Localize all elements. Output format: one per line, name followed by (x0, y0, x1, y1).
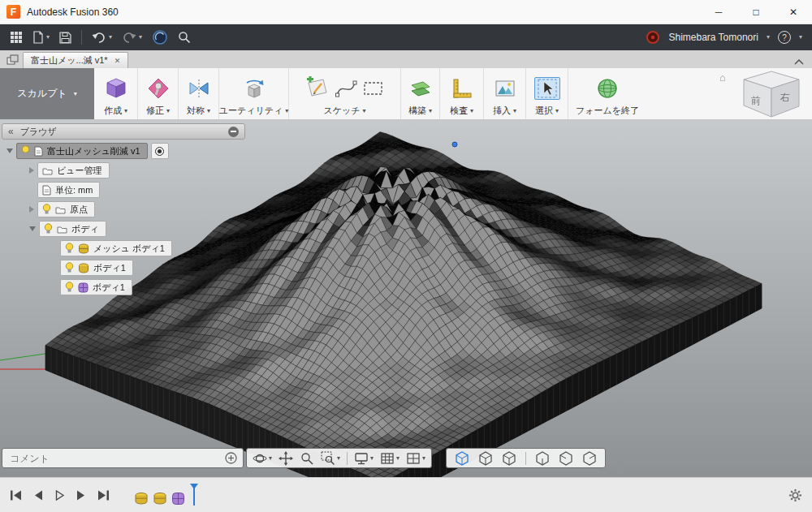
tree-item-bodies[interactable]: ボディ (39, 221, 106, 237)
symmetry-icon[interactable] (187, 76, 211, 101)
tree-item-units[interactable]: 単位: mm (37, 182, 100, 198)
tree-item-views[interactable]: ビュー管理 (37, 162, 110, 179)
bulb-icon[interactable] (21, 145, 30, 157)
minimize-button[interactable]: ─ (700, 0, 737, 24)
tree-item-origin[interactable]: 原点 (37, 201, 95, 217)
modify-icon[interactable] (146, 76, 171, 101)
navigation-bar: ▾ ▾ ▾ ▾ ▾ (246, 448, 432, 468)
ribbon-group-insert[interactable]: 挿入▾ (484, 68, 526, 119)
viewports-button[interactable]: ▾ (406, 451, 425, 466)
orbit-button[interactable]: ▾ (253, 451, 272, 466)
inspect-measure-icon[interactable] (450, 76, 474, 101)
tree-item-document[interactable]: 富士山メッシュ削減 v1 (16, 143, 148, 159)
close-button[interactable]: ✕ (775, 0, 812, 24)
view-preset-icon[interactable] (535, 451, 550, 466)
browser-header[interactable]: « ブラウザ (2, 123, 245, 140)
zoom-window-button[interactable]: ▾ (321, 451, 340, 466)
ribbon-group-utilities[interactable]: ユーティリティ▾ (219, 68, 289, 119)
view-cube-front-label: 前 (751, 95, 761, 106)
add-comment-icon[interactable] (225, 452, 237, 464)
step-back-button[interactable] (33, 490, 44, 501)
bulb-icon[interactable] (44, 223, 53, 234)
activated-component-button[interactable] (151, 143, 169, 159)
undo-button[interactable]: ▾ (92, 32, 112, 43)
window-controls: ─ □ ✕ (700, 0, 812, 24)
finish-form-icon[interactable] (595, 76, 620, 101)
maximize-button[interactable]: □ (737, 0, 775, 24)
browser-panel: « ブラウザ 富士山メッシュ削減 v1 ビュー管理 単位: mm (2, 123, 245, 295)
view-preset-icon[interactable] (478, 451, 493, 466)
help-button[interactable]: ? (778, 31, 791, 44)
sketch-rectangle-icon[interactable] (362, 76, 385, 101)
file-menu-button[interactable]: ▾ (32, 31, 50, 44)
pan-button[interactable] (279, 451, 293, 466)
zoom-button[interactable] (300, 451, 314, 466)
data-panel-button[interactable] (10, 31, 23, 44)
ribbon-group-construct[interactable]: 構築▾ (401, 68, 440, 119)
select-active-highlight[interactable] (534, 77, 560, 100)
timeline-playhead[interactable] (193, 484, 195, 506)
grid-snap-button[interactable]: ▾ (380, 451, 400, 466)
group-label: 選択 (535, 105, 553, 117)
play-button[interactable] (54, 490, 65, 501)
expanded-icon[interactable] (29, 226, 36, 231)
ribbon-group-modify[interactable]: 修正▾ (138, 68, 179, 119)
ribbon-group-symmetry[interactable]: 対称▾ (179, 68, 219, 119)
timeline-feature-mesh-1[interactable] (134, 492, 149, 506)
view-preset-home-icon[interactable] (455, 451, 469, 466)
tab-close-icon[interactable]: ✕ (114, 57, 121, 65)
redo-button[interactable]: ▾ (122, 32, 142, 43)
tree-item-mesh-body[interactable]: メッシュ ボディ1 (60, 240, 172, 256)
construct-planes-icon[interactable] (408, 76, 433, 101)
comment-input[interactable] (10, 453, 220, 464)
extensions-badge-button[interactable] (152, 29, 168, 45)
view-preset-icon[interactable] (502, 451, 516, 466)
browser-collapse-button[interactable] (228, 127, 239, 137)
document-stack-icon[interactable] (6, 54, 19, 66)
home-view-icon[interactable]: ⌂ (719, 71, 726, 84)
save-button[interactable] (59, 32, 71, 44)
expanded-icon[interactable] (6, 148, 13, 153)
timeline-settings-button[interactable] (788, 488, 802, 502)
bulb-icon[interactable] (65, 243, 74, 254)
create-cube-icon[interactable] (104, 76, 128, 101)
mesh-body-icon (78, 243, 89, 254)
ribbon-group-select[interactable]: 選択▾ (526, 68, 568, 119)
utilities-icon[interactable] (242, 76, 266, 101)
chevron-down-icon[interactable]: ▾ (767, 34, 770, 41)
view-preset-icon[interactable] (582, 451, 597, 466)
username-menu[interactable]: Shimebara Tomonori (668, 32, 758, 43)
workspace-selector[interactable]: スカルプト ▾ (0, 68, 94, 119)
step-forward-button[interactable] (76, 490, 86, 501)
ribbon-group-create[interactable]: 作成▾ (94, 68, 138, 119)
search-button[interactable] (178, 31, 191, 44)
collapsed-icon[interactable] (29, 167, 34, 174)
ribbon-group-inspect[interactable]: 検査▾ (440, 68, 484, 119)
document-icon (42, 185, 51, 196)
collapse-left-icon[interactable]: « (8, 126, 14, 137)
active-document-tab[interactable]: 富士山メッ...減 v1* ✕ (23, 52, 128, 68)
timeline-feature-mesh-2[interactable] (153, 492, 167, 506)
insert-image-icon[interactable] (493, 76, 517, 101)
bulb-icon[interactable] (65, 262, 74, 273)
view-cube[interactable]: ⌂ 前 右 (731, 68, 806, 129)
sketch-spline-icon[interactable] (335, 76, 357, 101)
ribbon-group-finish-form[interactable]: フォームを終了 (568, 68, 646, 119)
bulb-icon[interactable] (65, 282, 74, 293)
job-status-icon[interactable] (646, 30, 660, 45)
collapsed-icon[interactable] (29, 206, 34, 213)
skip-to-start-button[interactable] (10, 490, 23, 501)
tree-item-body1[interactable]: ボディ1 (60, 260, 133, 276)
view-preset-icon[interactable] (559, 451, 573, 466)
toolbar-separator (525, 452, 526, 465)
tree-item-body2[interactable]: ボディ1 (60, 279, 132, 295)
chevron-down-icon[interactable]: ▾ (799, 34, 802, 41)
ribbon-collapse-button[interactable] (794, 59, 804, 65)
timeline-feature-form[interactable] (171, 492, 185, 506)
create-sketch-icon[interactable] (305, 76, 330, 101)
bulb-icon[interactable] (42, 204, 51, 215)
ribbon-group-sketch[interactable]: スケッチ▾ (289, 68, 401, 119)
tree-row-body1: ボディ1 (60, 260, 245, 276)
display-settings-button[interactable]: ▾ (354, 451, 374, 466)
skip-to-end-button[interactable] (97, 490, 110, 501)
